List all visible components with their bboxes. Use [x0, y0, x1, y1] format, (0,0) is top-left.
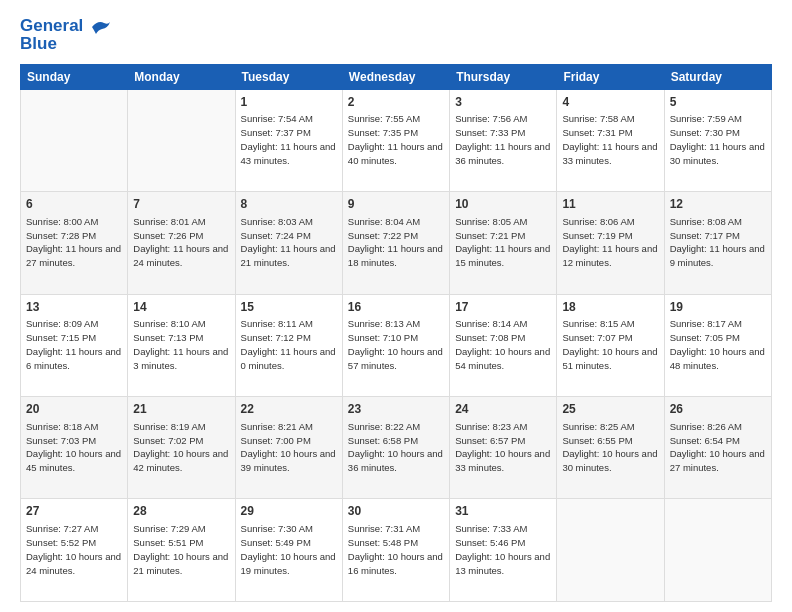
day-info: Sunrise: 7:33 AMSunset: 5:46 PMDaylight:…	[455, 522, 551, 577]
day-number: 17	[455, 299, 551, 316]
page: General Blue SundayMondayTuesdayWednesda…	[0, 0, 792, 612]
day-info: Sunrise: 8:04 AMSunset: 7:22 PMDaylight:…	[348, 215, 444, 270]
weekday-header-row: SundayMondayTuesdayWednesdayThursdayFrid…	[21, 64, 772, 89]
calendar-cell: 25Sunrise: 8:25 AMSunset: 6:55 PMDayligh…	[557, 397, 664, 499]
day-number: 3	[455, 94, 551, 111]
day-info: Sunrise: 8:13 AMSunset: 7:10 PMDaylight:…	[348, 317, 444, 372]
day-info: Sunrise: 8:17 AMSunset: 7:05 PMDaylight:…	[670, 317, 766, 372]
day-number: 23	[348, 401, 444, 418]
day-number: 26	[670, 401, 766, 418]
calendar-cell: 30Sunrise: 7:31 AMSunset: 5:48 PMDayligh…	[342, 499, 449, 602]
day-number: 28	[133, 503, 229, 520]
calendar-cell	[128, 89, 235, 191]
day-info: Sunrise: 8:06 AMSunset: 7:19 PMDaylight:…	[562, 215, 658, 270]
calendar-cell: 26Sunrise: 8:26 AMSunset: 6:54 PMDayligh…	[664, 397, 771, 499]
day-number: 2	[348, 94, 444, 111]
calendar-cell: 24Sunrise: 8:23 AMSunset: 6:57 PMDayligh…	[450, 397, 557, 499]
day-info: Sunrise: 8:09 AMSunset: 7:15 PMDaylight:…	[26, 317, 122, 372]
week-row-2: 6Sunrise: 8:00 AMSunset: 7:28 PMDaylight…	[21, 192, 772, 294]
logo-text: General	[20, 16, 112, 36]
day-info: Sunrise: 8:22 AMSunset: 6:58 PMDaylight:…	[348, 420, 444, 475]
logo-bird-icon	[90, 18, 112, 36]
day-info: Sunrise: 8:19 AMSunset: 7:02 PMDaylight:…	[133, 420, 229, 475]
week-row-5: 27Sunrise: 7:27 AMSunset: 5:52 PMDayligh…	[21, 499, 772, 602]
calendar-cell	[664, 499, 771, 602]
day-info: Sunrise: 8:21 AMSunset: 7:00 PMDaylight:…	[241, 420, 337, 475]
day-info: Sunrise: 8:08 AMSunset: 7:17 PMDaylight:…	[670, 215, 766, 270]
day-info: Sunrise: 8:10 AMSunset: 7:13 PMDaylight:…	[133, 317, 229, 372]
calendar-cell: 9Sunrise: 8:04 AMSunset: 7:22 PMDaylight…	[342, 192, 449, 294]
calendar-cell: 31Sunrise: 7:33 AMSunset: 5:46 PMDayligh…	[450, 499, 557, 602]
day-number: 14	[133, 299, 229, 316]
calendar-cell: 11Sunrise: 8:06 AMSunset: 7:19 PMDayligh…	[557, 192, 664, 294]
week-row-3: 13Sunrise: 8:09 AMSunset: 7:15 PMDayligh…	[21, 294, 772, 396]
day-number: 1	[241, 94, 337, 111]
day-info: Sunrise: 8:18 AMSunset: 7:03 PMDaylight:…	[26, 420, 122, 475]
day-number: 16	[348, 299, 444, 316]
day-number: 4	[562, 94, 658, 111]
logo: General Blue	[20, 16, 112, 54]
calendar-cell: 19Sunrise: 8:17 AMSunset: 7:05 PMDayligh…	[664, 294, 771, 396]
day-number: 30	[348, 503, 444, 520]
day-number: 11	[562, 196, 658, 213]
day-info: Sunrise: 7:54 AMSunset: 7:37 PMDaylight:…	[241, 112, 337, 167]
calendar-cell: 28Sunrise: 7:29 AMSunset: 5:51 PMDayligh…	[128, 499, 235, 602]
day-info: Sunrise: 8:14 AMSunset: 7:08 PMDaylight:…	[455, 317, 551, 372]
day-number: 19	[670, 299, 766, 316]
day-info: Sunrise: 8:26 AMSunset: 6:54 PMDaylight:…	[670, 420, 766, 475]
day-number: 12	[670, 196, 766, 213]
week-row-4: 20Sunrise: 8:18 AMSunset: 7:03 PMDayligh…	[21, 397, 772, 499]
day-number: 24	[455, 401, 551, 418]
day-info: Sunrise: 7:29 AMSunset: 5:51 PMDaylight:…	[133, 522, 229, 577]
calendar-cell: 27Sunrise: 7:27 AMSunset: 5:52 PMDayligh…	[21, 499, 128, 602]
day-info: Sunrise: 7:58 AMSunset: 7:31 PMDaylight:…	[562, 112, 658, 167]
calendar-cell: 6Sunrise: 8:00 AMSunset: 7:28 PMDaylight…	[21, 192, 128, 294]
day-info: Sunrise: 8:05 AMSunset: 7:21 PMDaylight:…	[455, 215, 551, 270]
calendar-cell: 16Sunrise: 8:13 AMSunset: 7:10 PMDayligh…	[342, 294, 449, 396]
calendar-cell: 17Sunrise: 8:14 AMSunset: 7:08 PMDayligh…	[450, 294, 557, 396]
weekday-header-sunday: Sunday	[21, 64, 128, 89]
day-info: Sunrise: 8:15 AMSunset: 7:07 PMDaylight:…	[562, 317, 658, 372]
calendar-cell: 1Sunrise: 7:54 AMSunset: 7:37 PMDaylight…	[235, 89, 342, 191]
day-number: 27	[26, 503, 122, 520]
day-number: 6	[26, 196, 122, 213]
day-number: 31	[455, 503, 551, 520]
calendar-cell: 12Sunrise: 8:08 AMSunset: 7:17 PMDayligh…	[664, 192, 771, 294]
day-number: 15	[241, 299, 337, 316]
day-number: 25	[562, 401, 658, 418]
day-info: Sunrise: 7:30 AMSunset: 5:49 PMDaylight:…	[241, 522, 337, 577]
weekday-header-saturday: Saturday	[664, 64, 771, 89]
calendar-cell: 21Sunrise: 8:19 AMSunset: 7:02 PMDayligh…	[128, 397, 235, 499]
day-info: Sunrise: 7:59 AMSunset: 7:30 PMDaylight:…	[670, 112, 766, 167]
calendar-cell: 23Sunrise: 8:22 AMSunset: 6:58 PMDayligh…	[342, 397, 449, 499]
weekday-header-monday: Monday	[128, 64, 235, 89]
day-number: 5	[670, 94, 766, 111]
calendar-cell: 29Sunrise: 7:30 AMSunset: 5:49 PMDayligh…	[235, 499, 342, 602]
calendar-table: SundayMondayTuesdayWednesdayThursdayFrid…	[20, 64, 772, 602]
day-info: Sunrise: 7:55 AMSunset: 7:35 PMDaylight:…	[348, 112, 444, 167]
day-info: Sunrise: 7:27 AMSunset: 5:52 PMDaylight:…	[26, 522, 122, 577]
day-info: Sunrise: 8:11 AMSunset: 7:12 PMDaylight:…	[241, 317, 337, 372]
day-info: Sunrise: 7:31 AMSunset: 5:48 PMDaylight:…	[348, 522, 444, 577]
calendar-cell: 18Sunrise: 8:15 AMSunset: 7:07 PMDayligh…	[557, 294, 664, 396]
header: General Blue	[20, 16, 772, 54]
day-number: 18	[562, 299, 658, 316]
day-number: 7	[133, 196, 229, 213]
day-number: 13	[26, 299, 122, 316]
calendar-cell: 20Sunrise: 8:18 AMSunset: 7:03 PMDayligh…	[21, 397, 128, 499]
day-info: Sunrise: 8:23 AMSunset: 6:57 PMDaylight:…	[455, 420, 551, 475]
day-info: Sunrise: 8:25 AMSunset: 6:55 PMDaylight:…	[562, 420, 658, 475]
weekday-header-tuesday: Tuesday	[235, 64, 342, 89]
weekday-header-thursday: Thursday	[450, 64, 557, 89]
weekday-header-wednesday: Wednesday	[342, 64, 449, 89]
calendar-cell: 15Sunrise: 8:11 AMSunset: 7:12 PMDayligh…	[235, 294, 342, 396]
calendar-cell: 22Sunrise: 8:21 AMSunset: 7:00 PMDayligh…	[235, 397, 342, 499]
day-info: Sunrise: 8:01 AMSunset: 7:26 PMDaylight:…	[133, 215, 229, 270]
day-number: 20	[26, 401, 122, 418]
calendar-cell: 2Sunrise: 7:55 AMSunset: 7:35 PMDaylight…	[342, 89, 449, 191]
day-info: Sunrise: 7:56 AMSunset: 7:33 PMDaylight:…	[455, 112, 551, 167]
day-number: 21	[133, 401, 229, 418]
logo-blue: Blue	[20, 34, 112, 54]
day-info: Sunrise: 8:03 AMSunset: 7:24 PMDaylight:…	[241, 215, 337, 270]
calendar-cell: 14Sunrise: 8:10 AMSunset: 7:13 PMDayligh…	[128, 294, 235, 396]
